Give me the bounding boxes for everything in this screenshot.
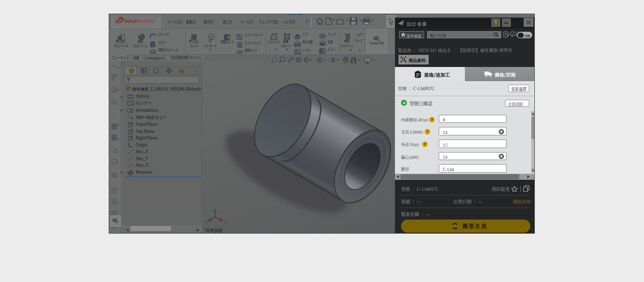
svg-text:X: X [224,220,227,224]
svg-text:Z: Z [205,220,208,224]
svg-text:A: A [129,109,132,113]
